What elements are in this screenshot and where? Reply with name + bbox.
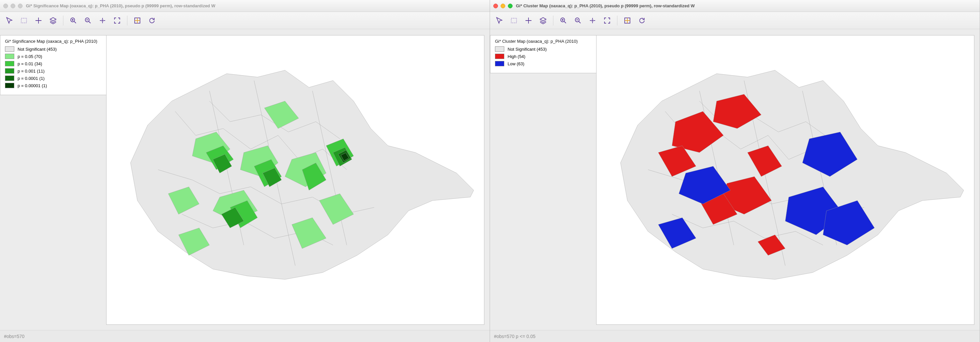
zoom-icon[interactable] bbox=[18, 4, 22, 8]
map-content: Gi* Significance Map (oaxaca_q): p_PHA (… bbox=[0, 29, 490, 330]
legend-label: p = 0.00001 (1) bbox=[18, 83, 47, 88]
legend-item[interactable]: High (54) bbox=[495, 54, 605, 59]
map-svg bbox=[597, 35, 974, 325]
legend-item[interactable]: p = 0.05 (70) bbox=[5, 54, 115, 59]
map-content: Gi* Cluster Map (oaxaca_q): p_PHA (2010)… bbox=[490, 29, 980, 330]
zoom-icon[interactable] bbox=[508, 4, 512, 8]
svg-point-3 bbox=[102, 20, 103, 21]
map-canvas[interactable] bbox=[596, 35, 974, 325]
legend-item[interactable]: p = 0.00001 (1) bbox=[5, 83, 115, 88]
statusbar: #obs=570 bbox=[0, 330, 490, 342]
close-icon[interactable] bbox=[493, 4, 498, 8]
refresh-tool[interactable] bbox=[635, 14, 649, 27]
full-extent-tool[interactable] bbox=[110, 14, 124, 27]
toolbar bbox=[0, 12, 490, 29]
legend-label: Not Significant (453) bbox=[18, 47, 57, 52]
cluster-map-window: Gi* Cluster Map (oaxaca_q): p_PHA (2010)… bbox=[490, 0, 980, 342]
significance-map-window: Gi* Significance Map (oaxaca_q): p_PHA (… bbox=[0, 0, 490, 342]
window-title: Gi* Cluster Map (oaxaca_q): p_PHA (2010)… bbox=[516, 3, 695, 8]
minimize-icon[interactable] bbox=[11, 4, 15, 8]
legend-label: p = 0.0001 (1) bbox=[18, 76, 45, 81]
zoom-in-tool[interactable] bbox=[67, 14, 80, 27]
legend-label: p = 0.001 (11) bbox=[18, 69, 45, 74]
map-svg bbox=[107, 35, 484, 325]
titlebar[interactable]: Gi* Significance Map (oaxaca_q): p_PHA (… bbox=[0, 0, 490, 12]
legend-panel: Gi* Significance Map (oaxaca_q): p_PHA (… bbox=[0, 35, 119, 95]
fit-tool[interactable] bbox=[96, 14, 109, 27]
legend-title: Gi* Cluster Map (oaxaca_q): p_PHA (2010) bbox=[495, 39, 605, 44]
svg-point-8 bbox=[592, 20, 593, 21]
full-extent-tool[interactable] bbox=[600, 14, 614, 27]
window-controls bbox=[3, 4, 22, 8]
legend-item[interactable]: p = 0.0001 (1) bbox=[5, 76, 115, 81]
select-rect-tool[interactable] bbox=[17, 14, 30, 27]
legend-label: p = 0.01 (34) bbox=[18, 61, 42, 66]
pointer-tool[interactable] bbox=[3, 14, 16, 27]
toolbar-separator bbox=[127, 16, 127, 25]
legend-item[interactable]: p = 0.001 (11) bbox=[5, 68, 115, 74]
select-rect-tool[interactable] bbox=[507, 14, 520, 27]
zoom-in-tool[interactable] bbox=[557, 14, 570, 27]
layers-tool[interactable] bbox=[536, 14, 550, 27]
legend-item[interactable]: p = 0.01 (34) bbox=[5, 61, 115, 66]
map-canvas[interactable] bbox=[106, 35, 484, 325]
pointer-tool[interactable] bbox=[493, 14, 506, 27]
legend-label: High (54) bbox=[508, 54, 525, 59]
status-text: #obs=570 p <= 0.05 bbox=[494, 334, 535, 339]
window-controls bbox=[493, 4, 512, 8]
legend-label: Not Significant (453) bbox=[508, 47, 547, 52]
svg-rect-5 bbox=[511, 18, 517, 23]
zoom-out-tool[interactable] bbox=[571, 14, 585, 27]
pan-tool[interactable] bbox=[32, 14, 45, 27]
legend-label: Low (63) bbox=[508, 61, 525, 66]
zoom-out-tool[interactable] bbox=[81, 14, 95, 27]
layers-tool[interactable] bbox=[46, 14, 60, 27]
fit-tool[interactable] bbox=[586, 14, 599, 27]
basemap-tool[interactable] bbox=[621, 14, 634, 27]
legend-item[interactable]: Low (63) bbox=[495, 61, 605, 66]
close-icon[interactable] bbox=[3, 4, 8, 8]
legend-item[interactable]: Not Significant (453) bbox=[5, 46, 115, 52]
refresh-tool[interactable] bbox=[145, 14, 159, 27]
basemap-tool[interactable] bbox=[131, 14, 144, 27]
legend-panel: Gi* Cluster Map (oaxaca_q): p_PHA (2010)… bbox=[490, 35, 609, 73]
toolbar-separator bbox=[63, 16, 64, 25]
titlebar[interactable]: Gi* Cluster Map (oaxaca_q): p_PHA (2010)… bbox=[490, 0, 980, 12]
legend-label: p = 0.05 (70) bbox=[18, 54, 42, 59]
legend-title: Gi* Significance Map (oaxaca_q): p_PHA (… bbox=[5, 39, 115, 44]
pan-tool[interactable] bbox=[522, 14, 535, 27]
toolbar-separator bbox=[553, 16, 554, 25]
toolbar-separator bbox=[617, 16, 617, 25]
svg-rect-0 bbox=[21, 18, 27, 23]
status-text: #obs=570 bbox=[4, 334, 25, 339]
statusbar: #obs=570 p <= 0.05 bbox=[490, 330, 980, 342]
legend-item[interactable]: Not Significant (453) bbox=[495, 46, 605, 52]
window-title: Gi* Significance Map (oaxaca_q): p_PHA (… bbox=[26, 3, 215, 8]
minimize-icon[interactable] bbox=[501, 4, 505, 8]
toolbar bbox=[490, 12, 980, 29]
